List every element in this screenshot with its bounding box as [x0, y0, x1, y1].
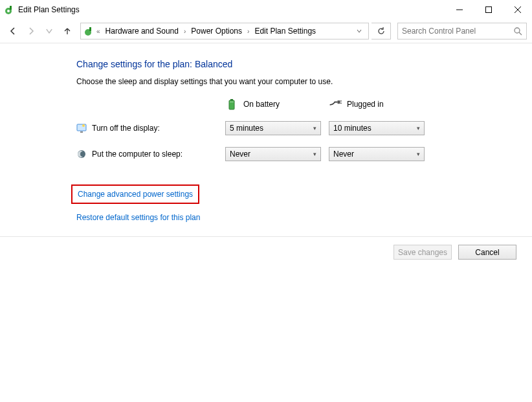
svg-line-10 [519, 32, 522, 35]
svg-rect-14 [337, 100, 340, 104]
navigation-bar: « Hardware and Sound › Power Options › E… [0, 19, 532, 43]
display-label-text: Turn off the display: [92, 124, 160, 133]
display-battery-select[interactable]: 5 minutes ▾ [225, 121, 321, 135]
display-timeout-row: Turn off the display: 5 minutes ▾ 10 min… [76, 121, 532, 135]
save-button[interactable]: Save changes [393, 245, 452, 260]
app-icon [4, 5, 14, 15]
svg-rect-13 [230, 102, 234, 102]
monitor-icon [76, 123, 87, 133]
svg-point-9 [515, 28, 520, 33]
page-heading: Change settings for the plan: Balanced [76, 59, 532, 69]
display-row-label: Turn off the display: [76, 123, 193, 133]
chevron-right-icon: › [183, 28, 187, 35]
select-value: 5 minutes [230, 124, 263, 133]
page-subtext: Choose the sleep and display settings th… [76, 77, 532, 86]
moon-icon [76, 149, 87, 159]
chevron-down-icon: ▾ [417, 125, 420, 131]
content-area: Change settings for the plan: Balanced C… [0, 43, 532, 222]
column-headers: On battery Plugged in [76, 98, 532, 111]
search-input[interactable] [402, 27, 522, 36]
select-value: Never [230, 150, 250, 159]
close-button[interactable] [503, 0, 532, 19]
back-button[interactable] [5, 23, 21, 39]
breadcrumb-prefix: « [95, 28, 102, 35]
svg-rect-4 [485, 7, 491, 13]
battery-column-header: On battery [225, 98, 329, 111]
up-button[interactable] [60, 23, 75, 39]
minimize-button[interactable] [445, 0, 474, 19]
maximize-button[interactable] [474, 0, 503, 19]
svg-point-2 [7, 10, 10, 12]
advanced-settings-link[interactable]: Change advanced power settings [78, 190, 193, 199]
plugged-column-header: Plugged in [329, 98, 432, 111]
select-value: 10 minutes [333, 124, 371, 133]
chevron-down-icon: ▾ [313, 151, 316, 157]
plug-icon [329, 98, 342, 111]
battery-icon [225, 98, 238, 111]
forward-button[interactable] [23, 23, 39, 39]
footer: Save changes Cancel [0, 236, 532, 267]
select-value: Never [333, 150, 354, 159]
search-box[interactable] [397, 23, 527, 39]
plugged-label: Plugged in [347, 100, 384, 109]
chevron-down-icon: ▾ [313, 125, 316, 131]
breadcrumb-segment[interactable]: Edit Plan Settings [252, 27, 318, 36]
recent-dropdown[interactable] [41, 23, 57, 39]
highlighted-link-box: Change advanced power settings [71, 184, 199, 204]
sleep-plugged-select[interactable]: Never ▾ [329, 147, 425, 161]
breadcrumb[interactable]: « Hardware and Sound › Power Options › E… [80, 23, 369, 39]
svg-rect-12 [230, 99, 233, 100]
battery-label: On battery [243, 100, 280, 109]
refresh-button[interactable] [371, 23, 391, 39]
svg-rect-1 [10, 6, 12, 10]
breadcrumb-segment[interactable]: Power Options [188, 27, 245, 36]
svg-point-18 [82, 124, 85, 127]
breadcrumb-segment[interactable]: Hardware and Sound [103, 27, 181, 36]
display-plugged-select[interactable]: 10 minutes ▾ [329, 121, 425, 135]
window-title: Edit Plan Settings [18, 5, 445, 14]
chevron-down-icon: ▾ [417, 151, 420, 157]
breadcrumb-icon [83, 26, 94, 36]
cancel-button[interactable]: Cancel [458, 245, 516, 260]
sleep-label-text: Put the computer to sleep: [92, 150, 183, 159]
breadcrumb-dropdown[interactable] [353, 23, 366, 39]
sleep-row-label: Put the computer to sleep: [76, 149, 193, 159]
titlebar: Edit Plan Settings [0, 0, 532, 19]
chevron-right-icon: › [246, 28, 250, 35]
svg-rect-19 [80, 131, 83, 133]
window-controls [445, 0, 532, 19]
restore-defaults-link[interactable]: Restore default settings for this plan [76, 213, 532, 222]
search-icon [513, 27, 522, 36]
svg-rect-8 [89, 27, 91, 31]
sleep-timeout-row: Put the computer to sleep: Never ▾ Never… [76, 147, 532, 161]
sleep-battery-select[interactable]: Never ▾ [225, 147, 321, 161]
